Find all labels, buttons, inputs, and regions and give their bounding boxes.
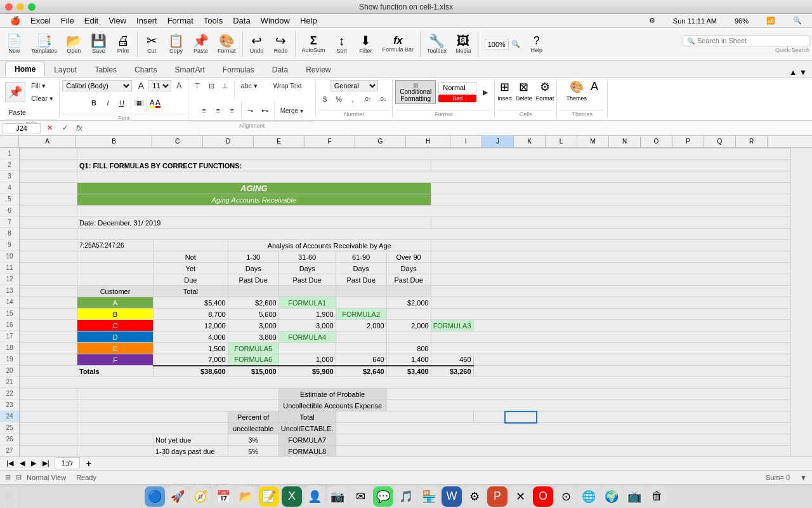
cell-A17[interactable]	[20, 331, 77, 343]
cell-A5[interactable]	[20, 194, 77, 206]
cell-A23[interactable]	[20, 400, 77, 411]
dock-unknown[interactable]: ✕	[510, 486, 530, 507]
aging-subheader[interactable]: Aging Accounts Receivable	[77, 194, 431, 206]
cell-E27[interactable]: FORMAUL8	[278, 446, 336, 457]
cell-A22[interactable]	[20, 389, 77, 400]
cell-A7[interactable]	[20, 217, 77, 229]
cell-F17[interactable]	[336, 331, 386, 343]
cell-G18[interactable]: 800	[386, 343, 431, 354]
menu-insert[interactable]: Insert	[131, 16, 162, 25]
menu-edit[interactable]: Edit	[79, 16, 103, 25]
dock-finder[interactable]: 🔵	[145, 486, 165, 507]
cell-A19[interactable]	[20, 354, 77, 366]
align-top[interactable]: ⊤	[191, 80, 204, 91]
cell-A13[interactable]	[20, 286, 77, 297]
cell-E18[interactable]	[278, 343, 336, 354]
cell-E12[interactable]: Past Due	[278, 274, 336, 286]
row-num-20[interactable]: 20	[0, 365, 19, 377]
bad-style-badge[interactable]: Bad	[438, 95, 476, 102]
cell-G19[interactable]: 1,400	[386, 354, 431, 366]
menu-help[interactable]: Help	[295, 16, 322, 25]
sort-button[interactable]: ↕ Sort	[331, 33, 353, 55]
menu-view[interactable]: View	[103, 16, 131, 25]
tab-tables[interactable]: Tables	[86, 63, 126, 77]
paste-label-button[interactable]: Paste	[5, 107, 29, 118]
dock-facetime[interactable]: 📺	[624, 486, 645, 507]
cell-F10[interactable]: 61-90	[336, 251, 386, 263]
row-num-14[interactable]: 14	[0, 297, 19, 308]
cell-B20-totals[interactable]: Totals	[77, 366, 154, 377]
cell-H20[interactable]: $3,260	[431, 366, 473, 377]
menu-data[interactable]: Data	[228, 16, 255, 25]
cell-A1[interactable]	[20, 149, 77, 160]
tab-formulas[interactable]: Formulas	[214, 63, 263, 77]
cell-E13[interactable]	[278, 286, 336, 297]
cell-A6[interactable]	[20, 206, 77, 217]
cell-F12[interactable]: Past Due	[336, 274, 386, 286]
col-header-L[interactable]: L	[546, 136, 577, 147]
dock-powerpoint[interactable]: P	[487, 486, 508, 507]
clear-button[interactable]: Clear ▾	[28, 93, 56, 104]
cell-E14[interactable]: FORMULA1	[278, 297, 336, 309]
cell-B12[interactable]	[77, 274, 154, 286]
cell-D19[interactable]: FORMULA6	[228, 354, 278, 366]
help-button[interactable]: ? Help	[525, 34, 548, 55]
row-num-3[interactable]: 3	[0, 171, 19, 182]
cell-D17[interactable]: 3,800	[228, 331, 278, 343]
col-header-C[interactable]: C	[152, 136, 203, 147]
cut-button[interactable]: ✂ Cut	[140, 33, 163, 55]
cell-B16[interactable]: C	[77, 320, 154, 331]
cell-B19[interactable]: F	[77, 354, 154, 366]
add-sheet-button[interactable]: +	[82, 457, 95, 470]
row-num-21[interactable]: 21	[0, 377, 19, 388]
align-middle[interactable]: ⊟	[205, 80, 218, 91]
tab-smartart[interactable]: SmartArt	[166, 63, 213, 77]
cell-C20[interactable]: $38,600	[154, 366, 228, 377]
dock-files[interactable]: 📂	[236, 486, 256, 507]
cell-A12[interactable]	[20, 274, 77, 286]
fill-button[interactable]: Fill ▾	[28, 80, 49, 91]
menu-excel[interactable]: Excel	[25, 16, 56, 25]
dock-launchpad[interactable]: 🚀	[167, 486, 188, 507]
merge-button[interactable]: Merge ▾	[277, 105, 306, 116]
decimal-increase[interactable]: .0↑	[360, 93, 374, 105]
print-button[interactable]: 🖨 Print	[112, 33, 134, 55]
cell-D26[interactable]: 3%	[228, 434, 278, 446]
col-header-M[interactable]: M	[577, 136, 609, 147]
row-num-7[interactable]: 7	[0, 217, 19, 228]
cell-C14[interactable]: $5,400	[154, 297, 228, 309]
apple-menu[interactable]: 🍎	[5, 16, 25, 25]
cell-D25[interactable]: uncollectable	[228, 423, 278, 434]
cell-A15[interactable]	[20, 309, 77, 320]
format-right-arrow[interactable]: ▶	[479, 86, 492, 98]
tab-charts[interactable]: Charts	[126, 63, 166, 77]
cell-E16[interactable]: 3,000	[278, 320, 336, 331]
cell-D24[interactable]: Percent of	[228, 411, 278, 423]
view-mode-icon2[interactable]: ⊟	[16, 473, 22, 481]
aging-header[interactable]: AGING	[77, 183, 431, 194]
cell-F19[interactable]: 640	[336, 354, 386, 366]
filter-button[interactable]: ⬇ Filter	[355, 33, 377, 55]
cell-J24[interactable]	[505, 411, 537, 423]
cell-C15[interactable]: 8,700	[154, 309, 228, 320]
dock-calendar[interactable]: 📅	[213, 486, 233, 507]
cell-C10[interactable]: Not	[154, 251, 228, 263]
cell-D10[interactable]: 1-30	[228, 251, 278, 263]
col-header-O[interactable]: O	[641, 136, 672, 147]
cell-A11[interactable]	[20, 263, 77, 274]
dock-circles[interactable]: ⊙	[556, 486, 576, 507]
formula-bar-button[interactable]: fx Formula Bar	[379, 34, 418, 54]
cell-B10[interactable]	[77, 251, 154, 263]
cell-C11[interactable]: Yet	[154, 263, 228, 274]
row-num-17[interactable]: 17	[0, 331, 19, 342]
cell-D16[interactable]: 3,000	[228, 320, 278, 331]
ribbon-expand-button[interactable]: ▼	[799, 68, 807, 77]
dock-notes[interactable]: 📝	[259, 486, 279, 507]
highlight-color[interactable]: A	[150, 98, 154, 108]
row-num-12[interactable]: 12	[0, 274, 19, 285]
cell-A8[interactable]	[20, 229, 77, 240]
open-button[interactable]: 📂 Open	[62, 33, 86, 55]
col-header-I[interactable]: I	[450, 136, 482, 147]
bold-button[interactable]: B	[88, 97, 100, 109]
date-cell[interactable]: Date: December, 31/ 2019	[77, 217, 431, 229]
